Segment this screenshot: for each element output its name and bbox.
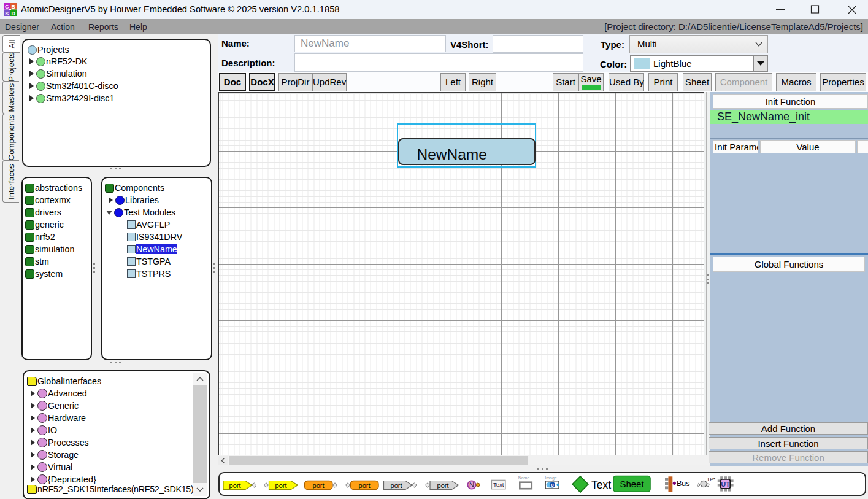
svg-text:Text: Text: [591, 479, 611, 491]
svg-text:port: port: [229, 482, 241, 489]
svg-text:UT: UT: [721, 481, 730, 488]
svg-text:port: port: [391, 482, 402, 489]
svg-text:Image: Image: [545, 476, 557, 481]
svg-text:Text: Text: [493, 481, 504, 488]
svg-text:Sheet: Sheet: [620, 479, 644, 489]
svg-text:port: port: [437, 482, 449, 489]
svg-text:C: C: [5, 4, 9, 10]
svg-text:port: port: [359, 482, 371, 489]
svg-text:D: D: [11, 10, 15, 16]
svg-text:Name: Name: [518, 476, 530, 480]
svg-text:port: port: [313, 482, 325, 489]
svg-text:TP*: TP*: [707, 476, 716, 482]
svg-text:B: B: [11, 4, 15, 10]
svg-text:port: port: [275, 482, 287, 489]
svg-text:Bus: Bus: [677, 479, 690, 488]
svg-text:N: N: [469, 481, 474, 489]
svg-text:0: 0: [551, 482, 554, 488]
svg-text:S: S: [5, 10, 9, 16]
